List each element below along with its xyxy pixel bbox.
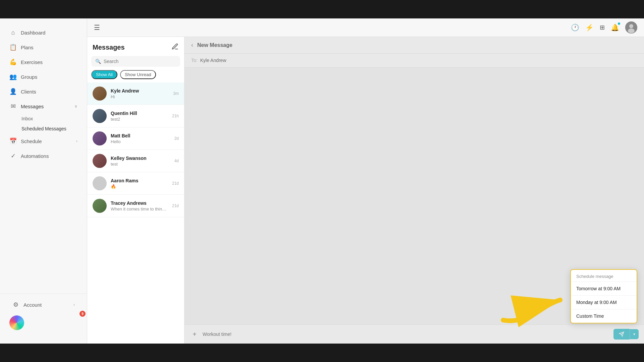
conv-time-aaron: 21d (172, 181, 179, 186)
conv-info-quentin: Quentin Hill test2 (111, 111, 168, 122)
conv-info-kelley: Kelley Swanson test (111, 156, 170, 167)
conversation-item-tracey[interactable]: Tracey Andrews When it comes time to thi… (87, 195, 184, 217)
chevron-schedule-icon: › (76, 139, 77, 143)
sidebar-item-dashboard[interactable]: ⌂ Dashboard (3, 25, 84, 40)
messages-panel: Messages 🔍 Show All Show Unread (87, 37, 184, 344)
header: ☰ 🕐 ⚡ ⊞ 🔔 (87, 18, 644, 37)
search-input[interactable] (104, 59, 176, 64)
sidebar-item-label-messages: Messages (21, 104, 44, 109)
inbox-label: Inbox (21, 116, 33, 121)
account-icon: ⚙ (12, 301, 19, 308)
conversation-list: Kyle Andrew Hi 3m Quentin Hill test2 21h (87, 82, 184, 344)
avatar-kelley (93, 154, 107, 168)
avatar-quentin (93, 109, 107, 123)
avatar-matt (93, 131, 107, 145)
schedule-option-tomorrow[interactable]: Tomorrow at 9:00 AM (571, 282, 637, 296)
conv-preview-matt: Hello (111, 139, 170, 144)
conv-name-kelley: Kelley Swanson (111, 156, 170, 161)
sidebar-item-label-clients: Clients (21, 89, 36, 95)
conv-time-kyle: 3m (173, 91, 179, 96)
messages-submenu: Inbox Scheduled Messages (18, 114, 87, 134)
schedule-popup-header: Schedule message (571, 270, 637, 282)
avatar-tracey (93, 199, 107, 213)
sidebar-nav: ⌂ Dashboard 📋 Plans 💪 Exercises 👥 Groups… (0, 25, 87, 290)
conv-time-quentin: 21h (172, 114, 179, 118)
conv-preview-quentin: test2 (111, 117, 168, 122)
conv-preview-aaron: 🔥 (111, 184, 168, 189)
messages-panel-header: Messages (87, 37, 184, 56)
sidebar-item-label-groups: Groups (21, 74, 37, 80)
conv-preview-kelley: test (111, 162, 170, 167)
clients-icon: 👤 (9, 88, 17, 95)
conv-time-kelley: 4d (174, 159, 179, 163)
messages-icon: ✉ (9, 103, 17, 110)
user-avatar[interactable] (625, 21, 637, 34)
chevron-messages-icon: ∨ (74, 104, 77, 109)
conv-info-tracey: Tracey Andrews When it comes time to thi… (111, 200, 168, 212)
sidebar-item-messages[interactable]: ✉ Messages ∨ (3, 99, 84, 113)
search-icon: 🔍 (95, 59, 101, 64)
app-logo-badge: 9 (79, 311, 86, 317)
conv-name-aaron: Aaron Rams (111, 178, 168, 183)
main-content: ☰ 🕐 ⚡ ⊞ 🔔 (87, 18, 644, 344)
sidebar-item-exercises[interactable]: 💪 Exercises (3, 55, 84, 69)
sidebar-item-schedule[interactable]: 📅 Schedule › (3, 134, 84, 148)
conv-name-matt: Matt Bell (111, 133, 170, 138)
hamburger-icon[interactable]: ☰ (94, 23, 100, 32)
sidebar: ⌂ Dashboard 📋 Plans 💪 Exercises 👥 Groups… (0, 18, 87, 344)
sidebar-bottom: ⚙ Account › 9 (0, 294, 87, 337)
sidebar-subitem-inbox[interactable]: Inbox (18, 114, 87, 124)
header-right: 🕐 ⚡ ⊞ 🔔 (571, 21, 637, 34)
clock-icon[interactable]: 🕐 (571, 23, 579, 32)
home-icon: ⌂ (9, 29, 17, 36)
conv-time-matt: 2d (174, 136, 179, 141)
conv-time-tracey: 21d (172, 203, 179, 208)
sidebar-item-account[interactable]: ⚙ Account › (5, 298, 82, 312)
app-logo-wrapper: 9 (3, 312, 84, 334)
groups-icon: 👥 (9, 73, 17, 80)
sidebar-item-plans[interactable]: 📋 Plans (3, 40, 84, 54)
show-unread-tab[interactable]: Show Unread (120, 70, 156, 79)
sidebar-item-label-schedule: Schedule (21, 138, 42, 144)
bell-icon[interactable]: 🔔 (611, 23, 619, 32)
sidebar-item-automations[interactable]: ✓ Automations (3, 149, 84, 163)
svg-point-2 (628, 28, 635, 33)
avatar-aaron (93, 176, 107, 190)
bolt-icon[interactable]: ⚡ (585, 23, 594, 32)
sidebar-item-groups[interactable]: 👥 Groups (3, 70, 84, 84)
show-all-tab[interactable]: Show All (91, 70, 117, 79)
message-thread: ‹ New Message To: Kyle Andrew + (184, 37, 644, 344)
conv-name-kyle: Kyle Andrew (111, 88, 169, 94)
conversation-item-kyle[interactable]: Kyle Andrew Hi 3m (87, 82, 184, 105)
schedule-option-monday[interactable]: Monday at 9:00 AM (571, 296, 637, 309)
search-box: 🔍 (91, 56, 180, 67)
avatar-kyle (93, 86, 107, 101)
scheduled-label: Scheduled Messages (21, 126, 66, 131)
compose-icon[interactable] (171, 43, 179, 52)
svg-point-1 (629, 24, 633, 28)
filter-tabs: Show All Show Unread (87, 70, 184, 82)
avatar-image (625, 21, 637, 34)
grid-icon[interactable]: ⊞ (600, 24, 605, 31)
conv-info-aaron: Aaron Rams 🔥 (111, 178, 168, 189)
sidebar-item-clients[interactable]: 👤 Clients (3, 84, 84, 99)
schedule-option-custom[interactable]: Custom Time (571, 309, 637, 323)
header-left: ☰ (94, 23, 100, 32)
conv-preview-tracey: When it comes time to think thr... (111, 206, 168, 212)
plans-icon: 📋 (9, 44, 17, 51)
sidebar-subitem-scheduled[interactable]: Scheduled Messages (18, 124, 87, 134)
sidebar-item-label-dashboard: Dashboard (21, 30, 45, 36)
conversation-item-matt[interactable]: Matt Bell Hello 2d (87, 127, 184, 150)
conv-preview-kyle: Hi (111, 94, 169, 99)
conversation-item-kelley[interactable]: Kelley Swanson test 4d (87, 150, 184, 172)
conversation-item-aaron[interactable]: Aaron Rams 🔥 21d (87, 172, 184, 195)
schedule-icon: 📅 (9, 137, 17, 145)
conv-name-tracey: Tracey Andrews (111, 200, 168, 206)
chevron-account-icon: › (73, 302, 75, 307)
messages-panel-title: Messages (93, 44, 125, 51)
conversation-item-quentin[interactable]: Quentin Hill test2 21h (87, 105, 184, 127)
sidebar-item-label-exercises: Exercises (21, 59, 43, 65)
app-logo (9, 315, 24, 330)
content-area: Messages 🔍 Show All Show Unread (87, 37, 644, 344)
exercises-icon: 💪 (9, 58, 17, 66)
